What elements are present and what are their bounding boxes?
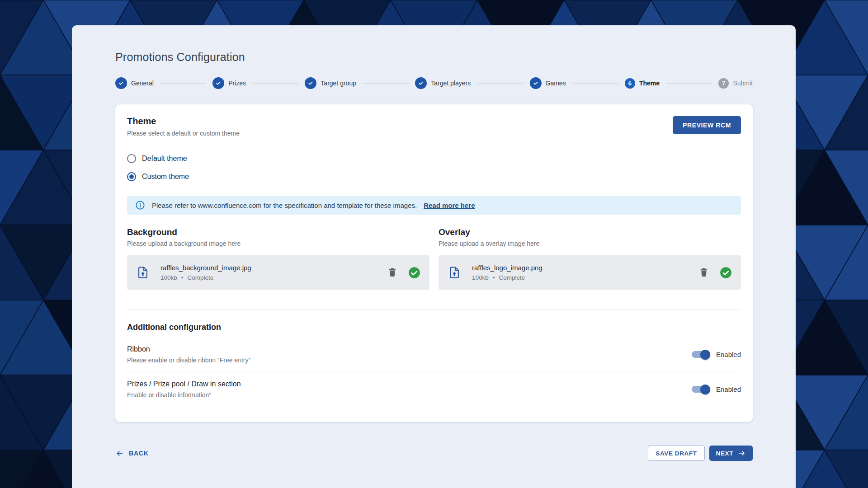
arrow-left-icon (115, 449, 124, 458)
step-general[interactable]: General (115, 77, 154, 89)
theme-section-subtitle: Please select a default or custom theme (127, 130, 240, 137)
theme-card-header: Theme Please select a default or custom … (127, 116, 741, 137)
read-more-link[interactable]: Read more here (424, 202, 475, 209)
prizes-row-title: Prizes / Prize pool / Draw in section (127, 380, 241, 388)
upload-file-icon (136, 266, 150, 279)
overlay-title: Overlay (439, 227, 741, 237)
back-button-label: BACK (129, 450, 149, 457)
background-upload-column: Background Please upload a background im… (127, 227, 429, 290)
step-number-badge: 7 (718, 78, 729, 89)
step-number-badge: 6 (625, 78, 635, 89)
radio-default-theme[interactable]: Default theme (127, 150, 187, 168)
save-draft-button[interactable]: SAVE DRAFT (648, 446, 704, 461)
step-label: General (131, 80, 154, 87)
step-connector (160, 83, 206, 84)
step-games[interactable]: Games (530, 77, 566, 89)
file-status: Complete (188, 274, 214, 281)
ribbon-toggle-row: Ribbon Please enable or disable ribbon “… (127, 337, 741, 371)
trash-icon (698, 267, 709, 277)
delete-file-button[interactable] (698, 267, 710, 278)
step-connector (666, 83, 712, 84)
file-status: Complete (499, 274, 525, 281)
theme-card: Theme Please select a default or custom … (115, 104, 753, 422)
file-meta: 100kb • Complete (472, 274, 542, 281)
step-prizes[interactable]: Prizes (212, 77, 246, 89)
trash-icon (387, 267, 398, 277)
radio-label: Custom theme (142, 173, 189, 181)
step-complete-check-icon (305, 77, 316, 89)
main-sheet: Promotions Configuration General Prizes … (72, 25, 796, 488)
radio-icon-selected (127, 172, 136, 181)
upload-complete-check-icon (408, 267, 420, 279)
radio-icon (127, 154, 136, 163)
background-subtitle: Please upload a background image here (127, 240, 429, 247)
wizard-footer: BACK SAVE DRAFT NEXT (115, 446, 753, 461)
file-size: 100kb (160, 274, 177, 281)
file-meta: 100kb • Complete (160, 274, 251, 281)
next-button-label: NEXT (716, 450, 733, 457)
back-button[interactable]: BACK (115, 449, 149, 458)
file-name: raffles_background_image.jpg (160, 264, 251, 272)
prizes-row-subtitle: Enable or disable information” (127, 391, 241, 399)
arrow-right-icon (738, 449, 746, 457)
step-complete-check-icon (415, 77, 427, 89)
overlay-subtitle: Please upload a overlay image here (439, 240, 741, 247)
overlay-file-card: raffles_logo_image.png 100kb • Complete (439, 255, 741, 290)
wizard-stepper: General Prizes Target group Target playe… (115, 77, 753, 89)
info-banner-text: Please refer to www.confluence.com for t… (152, 202, 417, 209)
step-connector (363, 83, 409, 84)
step-target-group[interactable]: Target group (305, 77, 356, 89)
step-label: Prizes (228, 80, 246, 87)
ribbon-toggle-switch[interactable] (692, 351, 709, 358)
toggle-thumb (700, 350, 710, 360)
upload-file-icon (448, 266, 461, 279)
step-complete-check-icon (212, 77, 224, 89)
prizes-toggle-switch[interactable] (692, 386, 709, 393)
page-title: Promotions Configuration (115, 51, 752, 64)
file-size: 100kb (472, 274, 489, 281)
step-target-players[interactable]: Target players (415, 77, 471, 89)
step-label: Submit (733, 80, 753, 87)
step-label: Theme (639, 80, 660, 87)
additional-config-title: Additional configuration (127, 323, 741, 332)
overlay-upload-column: Overlay Please upload a overlay image he… (439, 227, 741, 290)
next-button[interactable]: NEXT (709, 446, 753, 461)
ribbon-row-subtitle: Please enable or disable ribbon “Free en… (127, 357, 250, 364)
info-icon (135, 200, 145, 210)
step-submit[interactable]: 7 Submit (718, 78, 753, 89)
theme-radio-group: Default theme Custom theme (127, 150, 741, 186)
theme-section-title: Theme (127, 116, 240, 127)
step-connector (252, 83, 298, 84)
meta-separator: • (181, 274, 184, 281)
step-connector (477, 83, 523, 84)
step-complete-check-icon (530, 77, 542, 89)
step-label: Target players (431, 80, 471, 87)
prizes-toggle-row: Prizes / Prize pool / Draw in section En… (127, 371, 741, 406)
step-complete-check-icon (115, 77, 127, 89)
upload-complete-check-icon (720, 267, 732, 279)
section-divider (127, 310, 741, 310)
radio-label: Default theme (142, 155, 187, 163)
toggle-thumb (700, 385, 710, 394)
step-label: Games (546, 80, 566, 87)
ribbon-toggle-label: Enabled (716, 351, 741, 358)
step-theme[interactable]: 6 Theme (625, 78, 660, 89)
upload-grid: Background Please upload a background im… (127, 227, 741, 290)
radio-custom-theme[interactable]: Custom theme (127, 168, 189, 186)
step-label: Target group (321, 80, 356, 87)
step-connector (572, 83, 618, 84)
delete-file-button[interactable] (387, 267, 398, 278)
preview-rcm-button[interactable]: PREVIEW RCM (673, 116, 741, 134)
prizes-toggle-label: Enabled (716, 385, 741, 393)
ribbon-row-title: Ribbon (127, 345, 250, 353)
info-banner: Please refer to www.confluence.com for t… (127, 196, 741, 215)
file-name: raffles_logo_image.png (472, 264, 542, 272)
meta-separator: • (493, 274, 495, 281)
background-file-card: raffles_background_image.jpg 100kb • Com… (127, 255, 429, 290)
background-title: Background (127, 227, 429, 237)
